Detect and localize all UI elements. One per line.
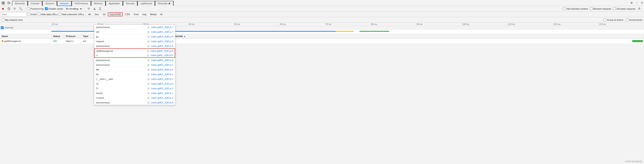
timeline-label-120ms: 120 ms	[553, 23, 598, 26]
callstack-item-3[interactable]: request @ index-gdK5_JQR.js:9	[94, 39, 175, 44]
type-value: xhr	[83, 40, 86, 42]
options-row: Big request rows Group by frame Screensh…	[0, 17, 644, 23]
at-sign-1: @	[147, 31, 150, 33]
invert-label[interactable]: Invert	[27, 13, 37, 16]
callstack-link-2[interactable]: index-gdK5_JQR.js:9	[151, 35, 174, 38]
timeline-label-10ms: 10 ms	[51, 23, 97, 26]
big-rows-label[interactable]: Big request rows	[2, 19, 23, 21]
protocol-value: http/1.1	[66, 40, 74, 42]
invert-checkbox[interactable]	[27, 13, 30, 16]
close-devtools-btn[interactable]: ✕	[640, 1, 644, 5]
screenshots-label[interactable]: Screenshots	[626, 19, 642, 21]
tab-security[interactable]: Security	[123, 1, 138, 6]
group-by-frame-checkbox[interactable]	[604, 19, 606, 21]
type-btn-css[interactable]: CSS	[124, 13, 132, 16]
disable-cache-checkbox[interactable]	[45, 7, 48, 10]
th-protocol[interactable]: Protocol	[64, 34, 81, 38]
at-sign-2: @	[147, 35, 150, 38]
filter-toggle-btn[interactable]	[12, 7, 17, 10]
td-waterfall	[171, 39, 644, 44]
tab-memory[interactable]: Memory	[91, 1, 106, 6]
type-btn-font[interactable]: Font	[132, 13, 140, 16]
status-value: 200	[53, 40, 57, 42]
tab-sources[interactable]: Sources	[42, 1, 57, 6]
hide-data-urls-label[interactable]: Hide data URLs	[38, 13, 58, 16]
inspect-icon-btn[interactable]	[1, 1, 6, 5]
svg-point-8	[88, 10, 89, 10]
toolbar-divider-2	[84, 7, 85, 11]
at-sign-3: @	[147, 40, 150, 43]
big-rows-checkbox[interactable]	[2, 19, 4, 21]
disable-cache-label[interactable]: Disable cache	[45, 7, 63, 10]
hide-extension-checkbox[interactable]	[58, 13, 61, 16]
search-btn[interactable]: 🔍	[18, 7, 23, 11]
tab-elements[interactable]: Elements	[12, 1, 28, 6]
th-status[interactable]: Status	[51, 34, 64, 38]
timeline-label-40ms: 40 ms	[188, 23, 234, 26]
third-party-checkbox[interactable]	[613, 7, 616, 10]
tab-bar: Elements Console Sources Network Perform…	[12, 0, 174, 6]
callstack-link-1[interactable]: index-gdK5_JQR.js:7	[151, 31, 174, 33]
tab-application[interactable]: Application	[106, 1, 123, 6]
callstack-name-3: request	[96, 40, 104, 43]
svg-rect-1	[4, 2, 4, 3]
timeline-label-100ms: 100 ms	[462, 23, 507, 26]
type-btn-all[interactable]: All	[87, 13, 92, 16]
timeline-label-70ms: 70 ms	[325, 23, 370, 26]
network-toolbar: ⏺ 🔍 Preserve log Disable cache No thrott…	[0, 6, 644, 12]
record-btn[interactable]: ⏺	[1, 7, 5, 11]
callstack-item-0[interactable]: (anonymous) @ index-gdK5_JQR.js:7	[94, 25, 175, 30]
callstack-link-3[interactable]: index-gdK5_JQR.js:9	[151, 40, 174, 43]
type-btn-js[interactable]: JS	[101, 13, 107, 16]
wifi-icon-btn[interactable]	[86, 7, 91, 10]
preserve-log-label[interactable]: Preserve log	[27, 7, 44, 10]
screenshots-checkbox[interactable]	[626, 19, 628, 21]
group-by-frame-label[interactable]: Group by frame	[604, 19, 623, 21]
clear-btn[interactable]	[7, 7, 11, 11]
right-filter-bar: Has blocked cookies Blocked requests 3rd…	[563, 7, 643, 11]
tl-green-bar-2	[360, 31, 389, 32]
svg-rect-3	[4, 3, 4, 4]
th-waterfall[interactable]: Waterfall ▲	[171, 34, 644, 38]
svg-rect-5	[10, 2, 10, 4]
type-btn-fetch-xhr[interactable]: Fetch/XHR	[108, 13, 123, 16]
blocked-cookies-label[interactable]: Has blocked cookies	[563, 7, 588, 10]
hide-data-urls-checkbox[interactable]	[38, 13, 40, 16]
throttle-select[interactable]: No throttling	[64, 7, 83, 11]
tab-network[interactable]: Network	[57, 1, 72, 6]
tab-lighthouse[interactable]: Lighthouse	[138, 1, 155, 6]
device-toggle-btn[interactable]	[6, 1, 11, 5]
more-options-btn[interactable]: ⋮	[634, 1, 639, 5]
blocked-requests-label[interactable]: Blocked requests	[590, 7, 611, 10]
callstack-item-1[interactable]: xhr @ index-gdK5_JQR.js:7	[94, 30, 175, 34]
overview-checkbox[interactable]	[1, 26, 4, 29]
tab-console[interactable]: Console	[28, 1, 42, 6]
type-btn-doc[interactable]: Doc	[93, 13, 100, 16]
timeline-label-110ms: 110 ms	[507, 23, 553, 26]
timeline-label-90ms: 90 ms	[416, 23, 462, 26]
type-btn-media[interactable]: Media	[148, 13, 158, 16]
devtools-title-bar: Elements Console Sources Network Perform…	[0, 0, 644, 6]
hide-extension-label[interactable]: Hide extension URLs	[58, 13, 84, 16]
type-btn-img[interactable]: Img	[141, 13, 148, 16]
blocked-requests-checkbox[interactable]	[590, 7, 592, 10]
tab-recorder[interactable]: Recorder ⏺	[155, 1, 174, 6]
callstack-link-0[interactable]: index-gdK5_JQR.js:7	[151, 26, 174, 29]
at-sign-0: @	[147, 26, 150, 29]
settings-icon-btn[interactable]: ⚙	[630, 1, 634, 5]
export-btn[interactable]	[98, 7, 102, 11]
preserve-log-checkbox[interactable]	[27, 7, 30, 10]
th-name[interactable]: Name	[0, 34, 51, 38]
network-settings-btn[interactable]: ⚙	[637, 7, 642, 11]
callstack-item-2[interactable]: gs @ index-gdK5_JQR.js:9	[94, 34, 175, 39]
blocked-cookies-checkbox[interactable]	[563, 7, 566, 10]
timeline-bar-name-space	[0, 30, 51, 34]
import-btn[interactable]	[92, 7, 97, 11]
tab-performance[interactable]: Performance	[72, 1, 91, 6]
filter-input[interactable]	[1, 12, 26, 17]
callstack-name-2: gs	[96, 35, 98, 38]
third-party-label[interactable]: 3rd-party requests	[613, 7, 636, 10]
td-status: 200	[51, 39, 64, 44]
request-name: getMessageList	[4, 40, 21, 42]
type-btn-m[interactable]: M	[159, 13, 164, 16]
